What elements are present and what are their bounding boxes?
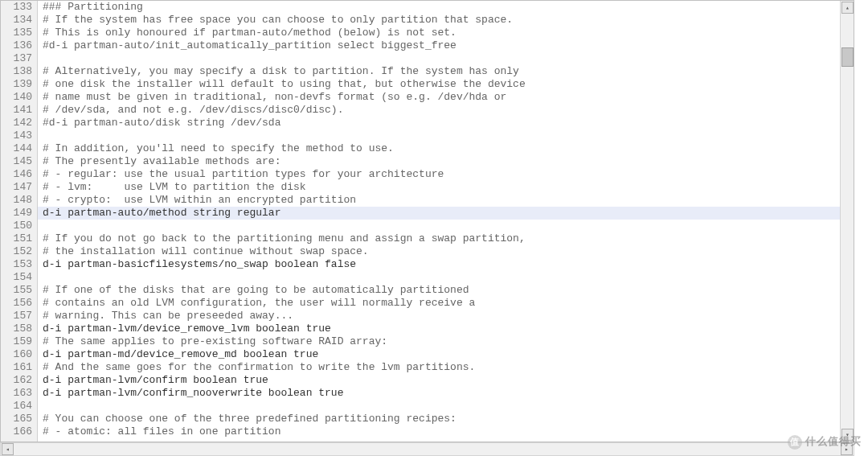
code-line[interactable]: d-i partman-lvm/confirm_nooverwrite bool… xyxy=(38,387,840,400)
line-number: 154 xyxy=(1,271,32,284)
line-number: 160 xyxy=(1,348,32,361)
code-line[interactable]: # - atomic: all files in one partition xyxy=(38,425,840,438)
code-line[interactable]: d-i partman-auto/method string regular xyxy=(38,207,840,220)
line-number: 141 xyxy=(1,104,32,117)
line-number: 149 xyxy=(1,207,32,220)
code-line[interactable]: # If you do not go back to the partition… xyxy=(38,232,840,245)
code-line[interactable]: # warning. This can be preseeded away... xyxy=(38,310,840,322)
line-number: 165 xyxy=(1,413,32,425)
code-line[interactable]: # The same applies to pre-existing softw… xyxy=(38,335,840,348)
code-line[interactable] xyxy=(38,52,840,65)
code-line[interactable]: # Alternatively, you may specify a disk … xyxy=(38,65,840,78)
code-line[interactable] xyxy=(38,271,840,284)
code-line[interactable]: d-i partman-basicfilesystems/no_swap boo… xyxy=(38,258,840,271)
line-number: 151 xyxy=(1,232,32,245)
line-number: 146 xyxy=(1,168,32,181)
line-number: 142 xyxy=(1,117,32,129)
scroll-right-button[interactable]: ▸ xyxy=(841,443,853,455)
scroll-down-button[interactable]: ▾ xyxy=(841,429,854,441)
code-line[interactable]: d-i partman-md/device_remove_md boolean … xyxy=(38,348,840,361)
code-line[interactable]: # the installation will continue without… xyxy=(38,245,840,258)
code-line[interactable]: # In addition, you'll need to specify th… xyxy=(38,142,840,155)
code-line[interactable]: # /dev/sda, and not e.g. /dev/discs/disc… xyxy=(38,104,840,117)
code-line[interactable]: # You can choose one of the three predef… xyxy=(38,413,840,425)
line-number: 162 xyxy=(1,374,32,387)
line-number: 140 xyxy=(1,91,32,104)
line-number: 153 xyxy=(1,258,32,271)
line-number: 159 xyxy=(1,335,32,348)
code-line[interactable]: # contains an old LVM configuration, the… xyxy=(38,297,840,310)
code-line[interactable]: # The presently available methods are: xyxy=(38,155,840,168)
code-area[interactable]: ### Partitioning# If the system has free… xyxy=(38,1,840,442)
line-number: 152 xyxy=(1,245,32,258)
code-line[interactable]: # - crypto: use LVM within an encrypted … xyxy=(38,194,840,207)
code-line[interactable] xyxy=(38,220,840,232)
line-number: 143 xyxy=(1,129,32,142)
code-line[interactable] xyxy=(38,129,840,142)
code-line[interactable] xyxy=(38,400,840,413)
line-number: 156 xyxy=(1,297,32,310)
line-number: 137 xyxy=(1,52,32,65)
line-number: 147 xyxy=(1,181,32,194)
horizontal-scrollbar[interactable]: ◂ ▸ xyxy=(0,442,854,456)
code-line[interactable]: # And the same goes for the confirmation… xyxy=(38,361,840,374)
line-number: 135 xyxy=(1,27,32,39)
code-line[interactable]: # If the system has free space you can c… xyxy=(38,14,840,27)
line-number: 133 xyxy=(1,1,32,14)
line-number: 139 xyxy=(1,78,32,91)
line-number: 158 xyxy=(1,322,32,335)
vertical-scroll-thumb[interactable] xyxy=(841,47,854,67)
code-line[interactable]: # one disk the installer will default to… xyxy=(38,78,840,91)
vertical-scrollbar[interactable]: ▴ ▾ xyxy=(840,1,854,442)
line-number-gutter: 1331341351361371381391401411421431441451… xyxy=(1,1,38,442)
scroll-up-button[interactable]: ▴ xyxy=(841,2,854,14)
line-number: 145 xyxy=(1,155,32,168)
line-number: 148 xyxy=(1,194,32,207)
code-line[interactable]: # name must be given in traditional, non… xyxy=(38,91,840,104)
code-line[interactable]: # If one of the disks that are going to … xyxy=(38,284,840,297)
code-line[interactable]: # - regular: use the usual partition typ… xyxy=(38,168,840,181)
code-line[interactable]: #d-i partman-auto/disk string /dev/sda xyxy=(38,117,840,129)
line-number: 136 xyxy=(1,39,32,52)
line-number: 138 xyxy=(1,65,32,78)
line-number: 157 xyxy=(1,310,32,322)
line-number: 150 xyxy=(1,220,32,232)
code-line[interactable]: # - lvm: use LVM to partition the disk xyxy=(38,181,840,194)
line-number: 161 xyxy=(1,361,32,374)
scroll-left-button[interactable]: ◂ xyxy=(2,443,14,455)
line-number: 163 xyxy=(1,387,32,400)
line-number: 155 xyxy=(1,284,32,297)
line-number: 164 xyxy=(1,400,32,413)
code-line[interactable]: ### Partitioning xyxy=(38,1,840,14)
line-number: 144 xyxy=(1,142,32,155)
code-line[interactable]: d-i partman-lvm/device_remove_lvm boolea… xyxy=(38,322,840,335)
code-line[interactable]: # This is only honoured if partman-auto/… xyxy=(38,27,840,39)
code-line[interactable]: #d-i partman-auto/init_automatically_par… xyxy=(38,39,840,52)
line-number: 166 xyxy=(1,425,32,438)
code-editor[interactable]: 1331341351361371381391401411421431441451… xyxy=(0,0,854,442)
line-number: 134 xyxy=(1,14,32,27)
code-line[interactable]: d-i partman-lvm/confirm boolean true xyxy=(38,374,840,387)
